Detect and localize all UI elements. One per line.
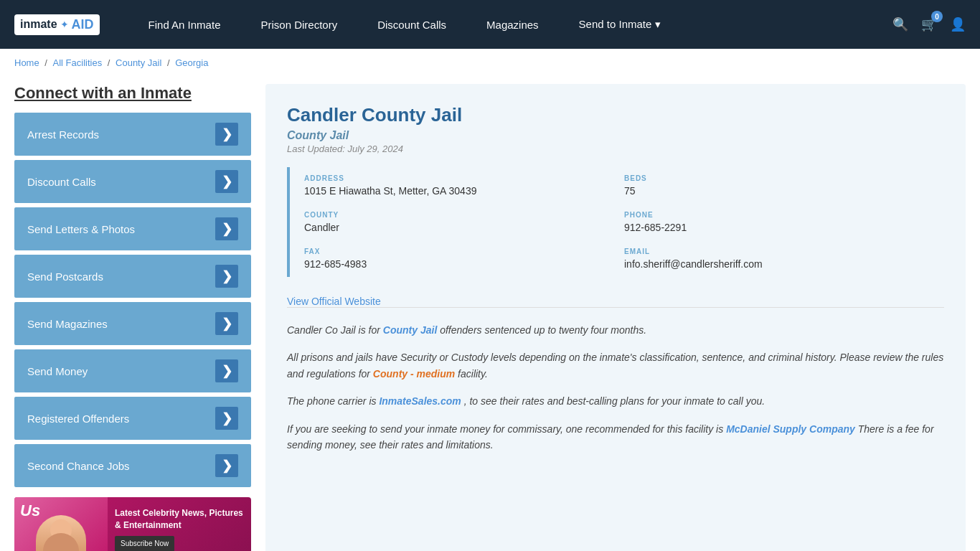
county-label: COUNTY: [304, 211, 617, 219]
desc-para-2: All prisons and jails have Security or C…: [287, 349, 944, 382]
sidebar-item-discount-calls[interactable]: Discount Calls ❯: [14, 160, 251, 203]
fax-value: 912-685-4983: [304, 258, 617, 270]
logo-text-inmate: inmate: [20, 18, 57, 31]
facility-info-grid: ADDRESS 1015 E Hiawatha St, Metter, GA 3…: [287, 167, 944, 277]
beds-cell: BEDS 75: [624, 167, 944, 204]
email-label: EMAIL: [624, 248, 937, 255]
breadcrumb-county-jail[interactable]: County Jail: [116, 57, 161, 68]
nav-prison-directory[interactable]: Prison Directory: [240, 0, 357, 49]
county-cell: COUNTY Candler: [304, 204, 624, 240]
email-cell: EMAIL info.sheriff@candlersheriff.com: [624, 240, 944, 277]
phone-label: PHONE: [624, 211, 937, 219]
county-jail-link-1[interactable]: County Jail: [383, 324, 437, 336]
user-icon[interactable]: 👤: [950, 17, 966, 32]
sidebar-item-send-money[interactable]: Send Money ❯: [14, 349, 251, 392]
ad-text: Latest Celebrity News, Pictures & Entert…: [108, 500, 251, 551]
sidebar-menu: Arrest Records ❯ Discount Calls ❯ Send L…: [14, 113, 251, 487]
address-value: 1015 E Hiawatha St, Metter, GA 30439: [304, 185, 617, 197]
search-icon[interactable]: 🔍: [892, 17, 908, 32]
facility-name: Candler County Jail: [287, 104, 944, 126]
ad-banner[interactable]: Us Latest Celebrity News, Pictures & Ent…: [14, 497, 251, 551]
beds-label: BEDS: [624, 174, 937, 182]
inmate-sales-link[interactable]: InmateSales.com: [379, 395, 461, 407]
phone-cell: PHONE 912-685-2291: [624, 204, 944, 240]
fax-cell: FAX 912-685-4983: [304, 240, 624, 277]
nav-find-inmate[interactable]: Find An Inmate: [128, 0, 241, 49]
desc-para-3: The phone carrier is InmateSales.com , t…: [287, 393, 944, 409]
arrow-icon: ❯: [215, 359, 238, 382]
sidebar-item-send-postcards[interactable]: Send Postcards ❯: [14, 255, 251, 298]
fax-label: FAX: [304, 248, 617, 255]
email-value: info.sheriff@candlersheriff.com: [624, 258, 937, 270]
official-website-link[interactable]: View Official Website: [287, 296, 381, 307]
nav-send-to-inmate[interactable]: Send to Inmate ▾: [559, 0, 681, 49]
breadcrumb: Home / All Facilities / County Jail / Ge…: [0, 49, 980, 77]
ad-subscribe-button[interactable]: Subscribe Now: [115, 536, 174, 551]
nav-icons: 🔍 🛒 0 👤: [892, 17, 966, 32]
logo-bird-icon: ✦: [60, 19, 69, 30]
sidebar-item-arrest-records[interactable]: Arrest Records ❯: [14, 113, 251, 156]
navbar: inmate ✦ AID Find An Inmate Prison Direc…: [0, 0, 980, 49]
breadcrumb-georgia[interactable]: Georgia: [175, 57, 208, 68]
sidebar-item-send-letters[interactable]: Send Letters & Photos ❯: [14, 207, 251, 250]
address-label: ADDRESS: [304, 174, 617, 182]
facility-content: Candler County Jail County Jail Last Upd…: [265, 84, 966, 551]
facility-description: Candler Co Jail is for County Jail offen…: [287, 307, 944, 453]
main-content: Connect with an Inmate Arrest Records ❯ …: [0, 77, 980, 551]
address-cell: ADDRESS 1015 E Hiawatha St, Metter, GA 3…: [304, 167, 624, 204]
county-medium-link[interactable]: County - medium: [373, 368, 455, 380]
facility-updated: Last Updated: July 29, 2024: [287, 143, 944, 154]
ad-logo: Us: [20, 501, 40, 520]
arrow-icon: ❯: [215, 454, 238, 477]
breadcrumb-all-facilities[interactable]: All Facilities: [53, 57, 103, 68]
desc-para-4: If you are seeking to send your inmate m…: [287, 421, 944, 453]
logo-text-aid: AID: [72, 17, 94, 32]
ad-image: Us: [14, 497, 108, 551]
county-value: Candler: [304, 222, 617, 233]
sidebar-item-registered-offenders[interactable]: Registered Offenders ❯: [14, 397, 251, 440]
cart-badge: 0: [931, 11, 943, 22]
arrow-icon: ❯: [215, 312, 238, 335]
desc-para-1: Candler Co Jail is for County Jail offen…: [287, 322, 944, 338]
facility-type: County Jail: [287, 129, 944, 142]
arrow-icon: ❯: [215, 170, 238, 193]
nav-discount-calls[interactable]: Discount Calls: [357, 0, 466, 49]
arrow-icon: ❯: [215, 217, 238, 240]
sidebar: Connect with an Inmate Arrest Records ❯ …: [14, 84, 251, 551]
sidebar-item-send-magazines[interactable]: Send Magazines ❯: [14, 302, 251, 345]
connect-title: Connect with an Inmate: [14, 84, 251, 103]
sidebar-item-second-chance-jobs[interactable]: Second Chance Jobs ❯: [14, 444, 251, 487]
arrow-icon: ❯: [215, 407, 238, 430]
breadcrumb-home[interactable]: Home: [14, 57, 39, 68]
mcdaniel-supply-link[interactable]: McDaniel Supply Company: [726, 423, 855, 435]
logo[interactable]: inmate ✦ AID: [14, 14, 100, 35]
arrow-icon: ❯: [215, 265, 238, 288]
phone-value: 912-685-2291: [624, 222, 937, 233]
nav-magazines[interactable]: Magazines: [466, 0, 559, 49]
arrow-icon: ❯: [215, 123, 238, 146]
nav-links: Find An Inmate Prison Directory Discount…: [128, 0, 892, 49]
beds-value: 75: [624, 185, 937, 197]
cart-icon[interactable]: 🛒 0: [921, 17, 937, 32]
